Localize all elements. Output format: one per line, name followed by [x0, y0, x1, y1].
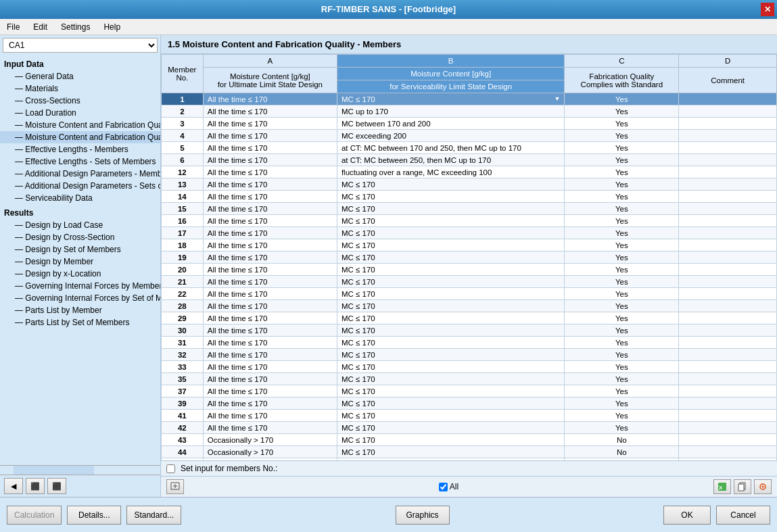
cell-col-a[interactable]: All the time ≤ 170: [203, 154, 337, 166]
case-dropdown[interactable]: CA1: [3, 38, 158, 53]
tree-effective-sets[interactable]: — Effective Lengths - Sets of Members: [0, 155, 160, 168]
cell-col-a[interactable]: All the time ≤ 170: [203, 251, 337, 264]
copy-button[interactable]: [734, 479, 751, 494]
cell-col-b[interactable]: MC ≤ 170: [337, 239, 564, 251]
cancel-button[interactable]: Cancel: [716, 506, 770, 525]
tree-load-duration[interactable]: — Load Duration: [0, 107, 160, 119]
cell-col-b[interactable]: at CT: MC between 250, then MC up to 170: [337, 154, 564, 166]
table-row[interactable]: 20All the time ≤ 170MC ≤ 170Yes: [162, 264, 777, 276]
cell-col-a[interactable]: All the time ≤ 170: [203, 227, 337, 239]
nav-back-button[interactable]: ◀: [4, 478, 23, 494]
table-row[interactable]: 17All the time ≤ 170MC ≤ 170Yes: [162, 227, 777, 239]
table-row[interactable]: 21All the time ≤ 170MC ≤ 170Yes: [162, 276, 777, 288]
cell-col-a[interactable]: All the time ≤ 170: [203, 166, 337, 178]
tree-general-data[interactable]: — General Data: [0, 70, 160, 82]
tree-additional-sets[interactable]: — Additional Design Parameters - Sets of…: [0, 180, 160, 192]
cell-col-a[interactable]: All the time ≤ 170: [203, 300, 337, 312]
tree-serviceability[interactable]: — Serviceability Data: [0, 192, 160, 204]
tree-design-xloc[interactable]: — Design by x-Location: [0, 268, 160, 280]
cell-col-b[interactable]: MC ≤ 170: [337, 312, 564, 324]
cell-col-a[interactable]: All the time ≤ 170: [203, 130, 337, 142]
cell-col-a[interactable]: All the time ≤ 170: [203, 178, 337, 191]
table-row[interactable]: 32All the time ≤ 170MC ≤ 170Yes: [162, 349, 777, 361]
tree-design-member[interactable]: — Design by Member: [0, 256, 160, 268]
graphics-button[interactable]: Graphics: [396, 506, 450, 525]
cell-col-b[interactable]: MC ≤ 170: [337, 373, 564, 385]
table-row[interactable]: 12All the time ≤ 170fluctuating over a r…: [162, 166, 777, 178]
cell-col-b[interactable]: MC between 170 and 200: [337, 118, 564, 130]
cell-col-b[interactable]: MC ≤ 170: [337, 397, 564, 410]
table-row[interactable]: 6All the time ≤ 170at CT: MC between 250…: [162, 154, 777, 166]
table-row[interactable]: 4All the time ≤ 170MC exceeding 200Yes: [162, 130, 777, 142]
table-row[interactable]: 37All the time ≤ 170MC ≤ 170Yes: [162, 385, 777, 397]
tree-materials[interactable]: — Materials: [0, 82, 160, 95]
cell-col-b[interactable]: MC ≤ 170: [337, 178, 564, 191]
cell-col-b[interactable]: MC ≤ 170: [337, 276, 564, 288]
tree-governing-member[interactable]: — Governing Internal Forces by Member: [0, 280, 160, 292]
cell-col-a[interactable]: All the time ≤ 170: [203, 276, 337, 288]
tree-cross-sections[interactable]: — Cross-Sections: [0, 95, 160, 107]
cell-col-b[interactable]: MC ≤ 170: [337, 324, 564, 337]
cell-col-a[interactable]: Occasionally > 170: [203, 446, 337, 458]
cell-col-a[interactable]: All the time ≤ 170: [203, 203, 337, 215]
all-checkbox[interactable]: [439, 483, 448, 491]
cell-col-b[interactable]: MC ≤ 170: [337, 300, 564, 312]
menu-help[interactable]: Help: [101, 22, 123, 32]
cell-col-b[interactable]: MC ≤ 170: [337, 422, 564, 434]
cell-col-b[interactable]: MC ≤ 170: [337, 410, 564, 422]
cell-col-a[interactable]: Occasionally > 170: [203, 434, 337, 446]
cell-col-b[interactable]: MC ≤ 170: [337, 251, 564, 264]
table-row[interactable]: 31All the time ≤ 170MC ≤ 170Yes: [162, 337, 777, 349]
cell-col-b[interactable]: MC exceeding 200: [337, 130, 564, 142]
table-row[interactable]: 28All the time ≤ 170MC ≤ 170Yes: [162, 300, 777, 312]
table-row[interactable]: 35All the time ≤ 170MC ≤ 170Yes: [162, 373, 777, 385]
tree-parts-member[interactable]: — Parts List by Member: [0, 304, 160, 316]
cell-col-b[interactable]: MC ≤ 170: [337, 385, 564, 397]
table-row[interactable]: 22All the time ≤ 170MC ≤ 170Yes: [162, 288, 777, 300]
table-row[interactable]: 41All the time ≤ 170MC ≤ 170Yes: [162, 410, 777, 422]
cell-col-b[interactable]: MC ≤ 170: [337, 203, 564, 215]
table-row[interactable]: 29All the time ≤ 170MC ≤ 170Yes: [162, 312, 777, 324]
tree-additional-members[interactable]: — Additional Design Parameters - Members: [0, 168, 160, 180]
menu-edit[interactable]: Edit: [30, 22, 50, 32]
cell-col-b[interactable]: MC ≤ 170: [337, 434, 564, 446]
table-row[interactable]: 16All the time ≤ 170MC ≤ 170Yes: [162, 215, 777, 227]
set-input-checkbox[interactable]: [166, 464, 175, 473]
cell-col-a[interactable]: All the time ≤ 170: [203, 215, 337, 227]
cell-col-a[interactable]: All the time ≤ 170: [203, 105, 337, 118]
table-row[interactable]: 44Occasionally > 170MC ≤ 170No: [162, 446, 777, 458]
table-row[interactable]: 33All the time ≤ 170MC ≤ 170Yes: [162, 361, 777, 373]
menu-file[interactable]: File: [4, 22, 22, 32]
table-row[interactable]: 5All the time ≤ 170at CT: MC between 170…: [162, 142, 777, 154]
table-row[interactable]: 1All the time ≤ 170MC ≤ 170 ▼Yes: [162, 93, 777, 105]
cell-col-b[interactable]: MC ≤ 170: [337, 288, 564, 300]
standard-button[interactable]: Standard...: [126, 506, 181, 525]
details-button[interactable]: Details...: [67, 506, 121, 525]
table-import-button[interactable]: [166, 479, 184, 494]
nav-forward-button[interactable]: ⬛: [26, 478, 45, 494]
table-row[interactable]: 2All the time ≤ 170MC up to 170Yes: [162, 105, 777, 118]
export-excel-button[interactable]: X: [713, 479, 731, 494]
cell-col-b[interactable]: MC ≤ 170: [337, 361, 564, 373]
cell-col-b[interactable]: at CT: MC between 170 and 250, then MC u…: [337, 142, 564, 154]
nav-up-button[interactable]: ⬛: [47, 478, 66, 494]
table-row[interactable]: 43Occasionally > 170MC ≤ 170No: [162, 434, 777, 446]
tree-parts-set[interactable]: — Parts List by Set of Members: [0, 316, 160, 329]
cell-col-a[interactable]: All the time ≤ 170: [203, 324, 337, 337]
view-button[interactable]: [754, 479, 772, 494]
cell-col-a[interactable]: All the time ≤ 170: [203, 288, 337, 300]
table-wrapper[interactable]: MemberNo. A B C D Moisture Content [g/kg…: [161, 54, 777, 460]
cell-col-b[interactable]: MC ≤ 170 ▼: [337, 93, 564, 105]
cell-col-b[interactable]: MC ≤ 170: [337, 337, 564, 349]
close-button[interactable]: ✕: [761, 3, 774, 16]
table-row[interactable]: 19All the time ≤ 170MC ≤ 170Yes: [162, 251, 777, 264]
table-row[interactable]: 3All the time ≤ 170MC between 170 and 20…: [162, 118, 777, 130]
tree-moisture-1[interactable]: — Moisture Content and Fabrication Quali…: [0, 119, 160, 131]
cell-col-b[interactable]: MC up to 170: [337, 105, 564, 118]
cell-col-b[interactable]: MC ≤ 170: [337, 215, 564, 227]
table-row[interactable]: 14All the time ≤ 170MC ≤ 170Yes: [162, 191, 777, 203]
cell-col-a[interactable]: All the time ≤ 170: [203, 264, 337, 276]
tree-design-load[interactable]: — Design by Load Case: [0, 219, 160, 231]
cell-col-a[interactable]: All the time ≤ 170: [203, 239, 337, 251]
ok-button[interactable]: OK: [663, 506, 711, 525]
